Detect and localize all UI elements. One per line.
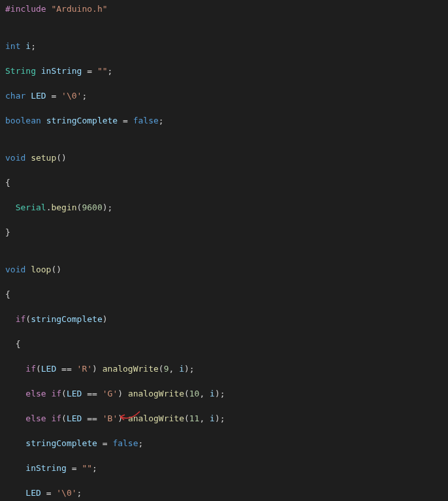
type-string: String <box>5 66 36 76</box>
type-boolean: boolean <box>5 116 41 125</box>
type-char: char <box>5 91 25 101</box>
var-i: i <box>25 41 31 51</box>
var-inString: inString <box>41 66 82 76</box>
include-header: "Arduino.h" <box>51 4 107 14</box>
literal-empty: "" <box>97 66 108 76</box>
obj-serial: Serial <box>16 202 46 212</box>
kw-void: void <box>5 153 25 163</box>
code-editor[interactable]: #include "Arduino.h" int i; String inStr… <box>5 3 448 501</box>
literal-false: false <box>133 116 159 125</box>
func-begin: begin <box>51 202 76 212</box>
literal-G: 'G' <box>103 389 118 398</box>
assign: = <box>87 66 92 76</box>
semicolon: ; <box>31 41 36 51</box>
baud-rate: 9600 <box>82 202 102 212</box>
kw-if: if <box>16 314 26 324</box>
kw-elseif: else if <box>25 389 61 398</box>
preproc-include: #include <box>5 4 46 14</box>
func-analogWrite: analogWrite <box>103 364 159 374</box>
literal-B: 'B' <box>103 413 118 423</box>
var-LED: LED <box>31 91 46 101</box>
type-int: int <box>5 41 20 51</box>
literal-R: 'R' <box>77 364 92 374</box>
literal-null: '\0' <box>61 91 82 101</box>
func-loop: loop <box>31 265 51 274</box>
func-setup: setup <box>31 153 56 163</box>
var-stringComplete: stringComplete <box>46 116 118 125</box>
